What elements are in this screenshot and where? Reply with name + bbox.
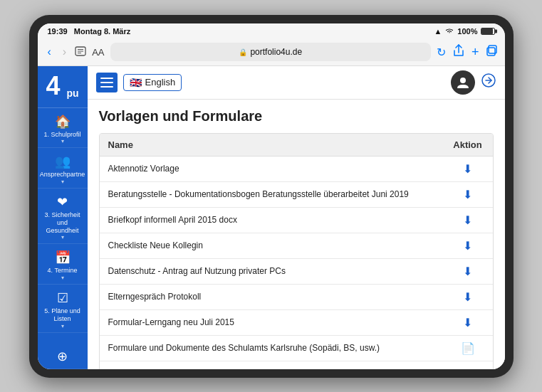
hamburger-line-3 xyxy=(100,86,113,88)
sidebar-label-sicherheit: 3. Sicherheit und Gesundheit xyxy=(41,211,85,234)
row-name: Hausmeisterauftrag Stammhaus xyxy=(100,361,443,369)
hamburger-line-2 xyxy=(100,82,113,83)
hamburger-line-1 xyxy=(100,78,113,79)
url-text: portfolio4u.de xyxy=(250,47,302,57)
chevron-termine: ▾ xyxy=(61,275,64,281)
page-title: Vorlagen und Formulare xyxy=(99,108,494,125)
status-bar: 19:39 Montag 8. März ▲ 100% xyxy=(38,23,505,39)
page-area: 🇬🇧 English xyxy=(88,66,505,369)
page-header: 🇬🇧 English xyxy=(88,66,505,100)
row-name: Formulare und Dokumente des Schulamts Ka… xyxy=(100,335,443,361)
signal-icon: ▲ xyxy=(434,27,442,36)
table-body: Aktennotiz Vorlage⬇Beratungsstelle - Dok… xyxy=(100,156,493,369)
battery-icon xyxy=(481,28,495,35)
table-row: Checkliste Neue Kollegin⬇ xyxy=(100,233,493,258)
download-icon[interactable]: ⬇ xyxy=(463,163,472,175)
download-icon[interactable]: ⬇ xyxy=(463,317,472,329)
sidebar-item-termine[interactable]: 📅 4. Termine ▾ xyxy=(38,244,88,285)
header-right xyxy=(451,70,496,95)
reader-icon xyxy=(75,46,86,58)
row-action[interactable]: 📄 xyxy=(443,335,493,361)
chevron-sicherheit: ▾ xyxy=(61,234,64,240)
status-time: 19:39 Montag 8. März xyxy=(48,27,131,36)
aa-label[interactable]: AA xyxy=(92,47,104,58)
sidebar-label-plaene: 5. Pläne und Listen xyxy=(41,307,85,323)
row-name: Checkliste Neue Kollegin xyxy=(100,233,443,258)
download-icon[interactable]: ⬇ xyxy=(463,368,472,369)
table-row: Formulare und Dokumente des Schulamts Ka… xyxy=(100,335,493,361)
sidebar-item-ansprechpartner[interactable]: 👥 Ansprechpartne ▾ xyxy=(38,148,88,189)
row-action[interactable]: ⬇ xyxy=(443,156,493,181)
chevron-plaene: ▾ xyxy=(61,323,64,329)
row-name: Beratungsstelle - Dokumentationsbogen Be… xyxy=(100,181,443,207)
table-row: Elterngespräch Protokoll⬇ xyxy=(100,284,493,309)
table-row: Briefkopf informell April 2015 docx⬇ xyxy=(100,207,493,233)
back-button[interactable]: ‹ xyxy=(45,44,54,60)
row-name: Briefkopf informell April 2015 docx xyxy=(100,207,443,233)
sidebar-item-sicherheit[interactable]: ❤ 3. Sicherheit und Gesundheit ▾ xyxy=(38,189,88,244)
logo-4: 4 xyxy=(46,73,61,99)
sidebar-item-plaene[interactable]: ☑ 5. Pläne und Listen ▾ xyxy=(38,285,88,333)
forward-button[interactable]: › xyxy=(60,44,69,60)
col-action-header: Aktion xyxy=(443,134,493,157)
download-icon[interactable]: ⬇ xyxy=(463,214,472,226)
heart-icon: ❤ xyxy=(57,194,68,210)
sidebar-item-schulprofil[interactable]: 🏠 1. Schulprofil ▾ xyxy=(38,108,88,149)
logout-button[interactable] xyxy=(481,73,496,92)
sidebar-label-schulprofil: 1. Schulprofil xyxy=(43,131,80,139)
download-icon[interactable]: ⬇ xyxy=(463,265,472,277)
battery-pct: 100% xyxy=(457,27,477,36)
documents-table: Name Aktion Aktennotiz Vorlage⬇Beratungs… xyxy=(100,134,493,369)
row-name: Aktennotiz Vorlage xyxy=(100,156,443,181)
content-area: 4 pu 🏠 1. Schulprofil ▾ 👥 Ansprechpartne… xyxy=(38,66,505,369)
browser-bar: ‹ › AA 🔒 portfolio4u.de ↻ xyxy=(38,39,505,66)
download-icon[interactable]: ⬇ xyxy=(463,240,472,252)
lock-icon: 🔒 xyxy=(239,48,247,56)
table-row: Formular-Lerngang neu Juli 2015⬇ xyxy=(100,309,493,335)
avatar-button[interactable] xyxy=(451,70,475,95)
crosshair-icon: ⊕ xyxy=(57,349,68,364)
refresh-button[interactable]: ↻ xyxy=(437,46,446,59)
logo-container: 4 pu xyxy=(45,73,80,100)
checklist-icon: ☑ xyxy=(57,290,68,306)
row-action[interactable]: ⬇ xyxy=(443,284,493,309)
flag-icon: 🇬🇧 xyxy=(130,77,142,88)
share-button[interactable] xyxy=(453,44,464,60)
download-icon[interactable]: ⬇ xyxy=(463,189,472,201)
new-tab-button[interactable]: + xyxy=(471,45,479,60)
row-action[interactable]: ⬇ xyxy=(443,181,493,207)
sidebar-item-bottom[interactable]: ⊕ xyxy=(38,343,88,369)
table-row: Datenschutz - Antrag auf Nutzung private… xyxy=(100,258,493,284)
file-icon[interactable]: 📄 xyxy=(461,342,475,354)
sidebar-label-termine: 4. Termine xyxy=(48,267,78,275)
table-container: Name Aktion Aktennotiz Vorlage⬇Beratungs… xyxy=(99,133,494,369)
row-name: Elterngespräch Protokoll xyxy=(100,284,443,309)
row-action[interactable]: ⬇ xyxy=(443,258,493,284)
browser-actions: ↻ + xyxy=(437,44,498,60)
row-action[interactable]: ⬇ xyxy=(443,207,493,233)
people-icon: 👥 xyxy=(55,154,71,169)
wifi-icon xyxy=(444,27,454,36)
sidebar: 4 pu 🏠 1. Schulprofil ▾ 👥 Ansprechpartne… xyxy=(38,66,88,369)
row-action[interactable]: ⬇ xyxy=(443,233,493,258)
language-label: English xyxy=(145,77,176,88)
row-action[interactable]: ⬇ xyxy=(443,361,493,369)
tabs-button[interactable] xyxy=(486,45,498,59)
col-name-header: Name xyxy=(100,134,443,157)
sidebar-label-ansprechpartner: Ansprechpartne xyxy=(40,171,85,179)
table-header-row: Name Aktion xyxy=(100,134,493,157)
language-button[interactable]: 🇬🇧 English xyxy=(123,74,182,91)
download-icon[interactable]: ⬇ xyxy=(463,291,472,303)
row-action[interactable]: ⬇ xyxy=(443,309,493,335)
chevron-schulprofil: ▾ xyxy=(61,138,64,144)
hamburger-button[interactable] xyxy=(96,73,118,92)
url-bar[interactable]: 🔒 portfolio4u.de xyxy=(110,43,431,61)
table-row: Hausmeisterauftrag Stammhaus⬇ xyxy=(100,361,493,369)
chevron-ansprechpartner: ▾ xyxy=(61,179,64,185)
main-content: Vorlagen und Formulare Name Aktion Akten… xyxy=(88,100,505,369)
sidebar-logo: 4 pu xyxy=(38,66,88,108)
table-row: Aktennotiz Vorlage⬇ xyxy=(100,156,493,181)
svg-point-6 xyxy=(460,78,466,83)
table-row: Beratungsstelle - Dokumentationsbogen Be… xyxy=(100,181,493,207)
status-indicators: ▲ 100% xyxy=(434,27,494,36)
